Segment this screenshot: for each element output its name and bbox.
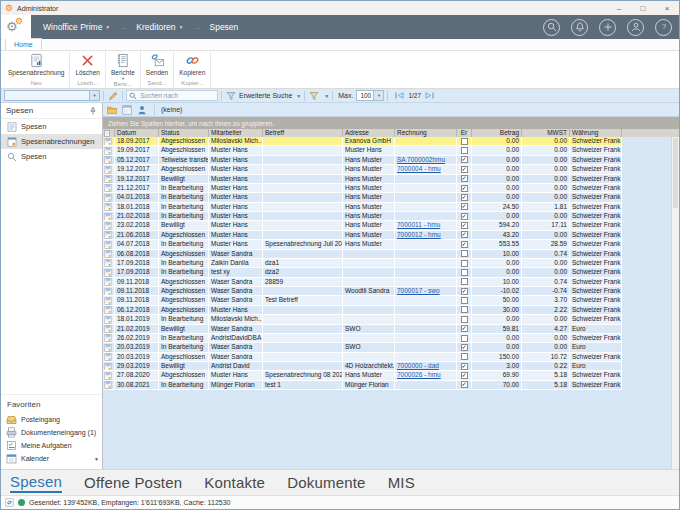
tab-mis[interactable]: MIS xyxy=(388,474,415,492)
table-row[interactable]: 27.08.2020AbgeschlossenMuster HansSpesen… xyxy=(103,371,622,380)
close-button[interactable]: × xyxy=(655,1,679,15)
erledigt-checkbox[interactable] xyxy=(461,260,468,267)
erledigt-checkbox[interactable] xyxy=(461,250,468,257)
max-results-combo[interactable]: 100 ▼ xyxy=(356,90,384,101)
erledigt-checkbox[interactable]: ✓ xyxy=(461,203,468,210)
tab-home[interactable]: Home xyxy=(5,38,42,50)
user-icon[interactable] xyxy=(136,104,148,116)
next-page-button[interactable] xyxy=(425,92,434,99)
column-header-datum[interactable]: Datum xyxy=(115,129,159,137)
erledigt-checkbox[interactable]: ✓ xyxy=(461,194,468,201)
tab-spesen[interactable]: Spesen xyxy=(10,473,62,493)
table-row[interactable]: 04.07.2018In BearbeitungMuster HansSpese… xyxy=(103,240,622,249)
column-header-status[interactable]: Status xyxy=(159,129,209,137)
erledigt-checkbox[interactable] xyxy=(461,316,468,323)
erledigt-checkbox[interactable]: ✓ xyxy=(461,213,468,220)
add-icon[interactable] xyxy=(599,19,616,36)
erledigt-checkbox[interactable]: ✓ xyxy=(461,288,468,295)
table-row[interactable]: 19.12.2017BewilligtMuster HansHans Muste… xyxy=(103,175,622,184)
table-row[interactable]: 19.09.2017AbgeschlossenMuster HansMuster… xyxy=(103,146,622,155)
berichte-button[interactable]: Berichte▼ xyxy=(111,53,135,80)
table-row[interactable]: 29.03.2019BewilligtAndrist David4D Holza… xyxy=(103,362,622,371)
column-header-mitarbeiter[interactable]: Mitarbeiter xyxy=(209,129,263,137)
breadcrumb-item-winoffice-prime[interactable]: Winoffice Prime▼ xyxy=(43,22,110,32)
table-row[interactable]: 09.11.2018AbgeschlossenWaser Sandra28859… xyxy=(103,278,622,287)
column-header-rechnung[interactable]: Rechnung xyxy=(395,129,457,137)
maximize-button[interactable]: □ xyxy=(631,1,655,15)
table-row[interactable]: 21.02.2018In BearbeitungMuster HansHans … xyxy=(103,212,622,221)
pin-icon[interactable] xyxy=(89,107,97,115)
erledigt-checkbox[interactable] xyxy=(461,269,468,276)
breadcrumb-item-kreditoren[interactable]: Kreditoren▼ xyxy=(136,22,183,32)
sidebar-item-spesen[interactable]: Spesen xyxy=(1,149,102,164)
column-header-betrag[interactable]: Betrag xyxy=(472,129,522,137)
erledigt-checkbox[interactable]: ✓ xyxy=(461,222,468,229)
tab-kontakte[interactable]: Kontakte xyxy=(204,474,265,492)
table-row[interactable]: 21.06.2018AbgeschlossenMuster HansHans M… xyxy=(103,231,622,240)
rechnung-link[interactable]: 7000004 - hmu xyxy=(397,165,441,172)
erledigt-checkbox[interactable]: ✓ xyxy=(461,231,468,238)
erledigt-checkbox[interactable]: ✓ xyxy=(461,166,468,173)
rechnung-link[interactable]: 7000012 - hmu xyxy=(397,231,441,238)
favorite-item-posteingang[interactable]: Posteingang xyxy=(1,413,102,426)
table-row[interactable]: 21.12.2017In BearbeitungMuster HansHans … xyxy=(103,184,622,193)
rechnung-link[interactable]: 7000000 - dad xyxy=(397,362,439,369)
senden-button[interactable]: Senden xyxy=(146,53,168,76)
table-row[interactable]: 21.02.2019BewilligtWaser SandraSWO✓59.81… xyxy=(103,325,622,334)
search-input[interactable]: Suchen nach xyxy=(126,90,218,101)
table-row[interactable]: 30.08.2021In BearbeitungMünger Floriante… xyxy=(103,381,622,390)
tab-dokumente[interactable]: Dokumente xyxy=(287,474,366,492)
erledigt-checkbox[interactable]: ✓ xyxy=(461,175,468,182)
form-icon[interactable] xyxy=(121,104,133,116)
table-row[interactable]: 20.03.2019AbgeschlossenWaser Sandra150.0… xyxy=(103,353,622,362)
erledigt-checkbox[interactable]: ✓ xyxy=(461,372,468,379)
rechnung-link[interactable]: 7000011 - hmu xyxy=(397,221,440,228)
rechnung-link[interactable]: SA 7000002hmu xyxy=(397,156,445,163)
table-row[interactable]: 18.01.2019In BearbeitungMiloslavski Mich… xyxy=(103,315,622,324)
filter-menu-button[interactable]: ▼ xyxy=(308,90,329,102)
group-by-panel[interactable]: Ziehen Sie Spalten hierher, um nach ihne… xyxy=(103,117,679,129)
table-row[interactable]: 09.11.2018AbgeschlossenWaser SandraTest … xyxy=(103,296,622,305)
kopieren-button[interactable]: Kopieren xyxy=(179,53,205,76)
table-row[interactable]: 17.09.2018In BearbeitungZaikin Daniladza… xyxy=(103,259,622,268)
erledigt-checkbox[interactable] xyxy=(461,353,468,360)
erledigt-checkbox[interactable] xyxy=(461,138,468,145)
table-row[interactable]: 06.08.2018AbgeschlossenWaser Sandra10.00… xyxy=(103,250,622,259)
table-row[interactable]: 26.02.2019In BearbeitungAndristDavidDBA0… xyxy=(103,334,622,343)
erledigt-checkbox[interactable]: ✓ xyxy=(461,344,468,351)
help-icon[interactable]: ? xyxy=(655,19,672,36)
rechnung-link[interactable]: 7000017 - swo xyxy=(397,287,440,294)
table-row[interactable]: 04.01.2018In BearbeitungMuster HansHans … xyxy=(103,193,622,202)
erledigt-checkbox[interactable] xyxy=(461,147,468,154)
folder-icon[interactable] xyxy=(106,104,118,116)
favorite-item-meine-aufgaben[interactable]: Meine Aufgaben xyxy=(1,439,102,452)
edit-icon[interactable] xyxy=(107,90,119,102)
user-icon[interactable] xyxy=(627,19,644,36)
table-row[interactable]: 18.01.2018In BearbeitungMuster HansHans … xyxy=(103,203,622,212)
erledigt-checkbox[interactable] xyxy=(461,335,468,342)
erledigt-checkbox[interactable]: ✓ xyxy=(461,325,468,332)
erledigt-checkbox[interactable]: ✓ xyxy=(461,156,468,163)
view-selector-combo[interactable]: ▼ xyxy=(4,90,100,101)
erledigt-checkbox[interactable] xyxy=(461,306,468,313)
column-header-betreff[interactable]: Betreff xyxy=(263,129,343,137)
favorite-item-dokumenteneingang-1[interactable]: Dokumenteneingang (1) xyxy=(1,426,102,439)
scrollbar-thumb[interactable] xyxy=(673,138,678,208)
table-row[interactable]: 18.09.2017AbgeschlossenMiloslavski Mich.… xyxy=(103,137,622,146)
table-row[interactable]: 20.03.2019In BearbeitungWaser SandraSWO✓… xyxy=(103,343,622,352)
table-row[interactable]: 23.02.2018BewilligtMuster HansHans Muste… xyxy=(103,221,622,230)
tab-offene-posten[interactable]: Offene Posten xyxy=(84,474,182,492)
column-header-w-hrung[interactable]: Währung xyxy=(570,129,622,137)
erledigt-checkbox[interactable]: ✓ xyxy=(461,185,468,192)
spesenabrechnung-button[interactable]: Spesenabrechnung xyxy=(8,53,64,76)
table-row[interactable]: 09.11.2018AbgeschlossenWaser SandraWoodt… xyxy=(103,287,622,296)
previous-page-button[interactable] xyxy=(395,92,404,99)
erledigt-checkbox[interactable]: ✓ xyxy=(461,381,468,388)
erledigt-checkbox[interactable] xyxy=(461,297,468,304)
column-header-adresse[interactable]: Adresse xyxy=(343,129,395,137)
l-schen-button[interactable]: Löschen xyxy=(75,53,100,76)
table-row[interactable]: 17.09.2018In Bearbeitungtest xydza20.000… xyxy=(103,268,622,277)
column-header-mwst[interactable]: MWST xyxy=(522,129,570,137)
favorite-item-kalender[interactable]: Kalender▼ xyxy=(1,452,102,465)
table-row[interactable]: 06.12.2018AbgeschlossenMuster Hans30.002… xyxy=(103,306,622,315)
